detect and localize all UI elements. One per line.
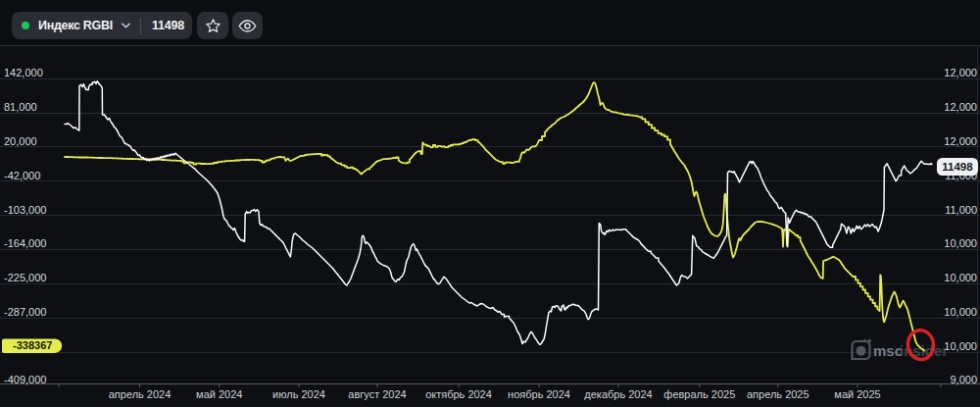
svg-text:-409,000: -409,000 [4,374,46,385]
svg-text:12,000: 12,000 [944,101,977,113]
svg-text:-42,000: -42,000 [4,170,40,181]
svg-text:11498: 11498 [942,161,973,173]
svg-text:май 2025: май 2025 [834,388,880,400]
svg-text:142,000: 142,000 [4,67,43,78]
svg-text:-164,000: -164,000 [4,237,46,249]
svg-text:10,000: 10,000 [944,237,977,249]
svg-text:февраль 2025: февраль 2025 [663,388,735,400]
svg-text:декабрь 2024: декабрь 2024 [584,388,652,400]
svg-text:-225,000: -225,000 [4,272,46,283]
svg-text:-338367: -338367 [13,339,52,351]
svg-text:-287,000: -287,000 [4,306,46,318]
svg-text:12,000: 12,000 [944,67,977,78]
svg-text:октябрь 2024: октябрь 2024 [425,388,492,400]
svg-text:июль 2024: июль 2024 [272,388,325,400]
svg-text:20,000: 20,000 [4,135,37,147]
svg-text:10,000: 10,000 [944,340,977,352]
svg-text:12,000: 12,000 [944,135,977,147]
svg-text:-103,000: -103,000 [4,204,46,216]
svg-text:9,000: 9,000 [950,374,977,385]
svg-text:msc: msc [873,342,903,359]
svg-text:81,000: 81,000 [4,101,37,113]
svg-text:апрель 2024: апрель 2024 [109,388,172,400]
svg-text:май 2024: май 2024 [196,388,242,400]
svg-text:10,000: 10,000 [944,272,977,283]
svg-text:апрель 2025: апрель 2025 [747,388,809,400]
svg-text:11,000: 11,000 [945,204,977,216]
svg-text:10,000: 10,000 [944,306,977,318]
svg-text:август 2024: август 2024 [348,388,406,400]
svg-text:ноябрь 2024: ноябрь 2024 [508,388,570,400]
